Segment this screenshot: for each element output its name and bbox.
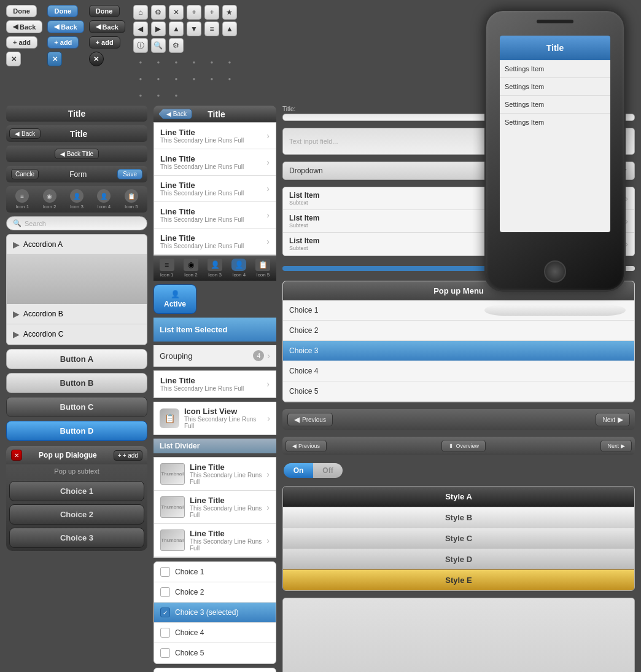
- menu-icon-btn[interactable]: ≡: [204, 21, 219, 36]
- icon-list-row[interactable]: 📋 Icon List View This Secondary Line Run…: [153, 402, 276, 435]
- iphone-tab-1[interactable]: ≡ Icon 1: [155, 259, 179, 278]
- popup-subtext: Pop up subtext: [6, 464, 147, 478]
- popup-choice-3[interactable]: Choice 3: [9, 528, 144, 548]
- checkbox-1[interactable]: [160, 567, 170, 577]
- tab-icon-5: 📋: [125, 189, 138, 203]
- down-arrow-btn[interactable]: ▼: [187, 21, 201, 36]
- popup-add-btn[interactable]: + + add: [114, 450, 142, 461]
- tab-item-1[interactable]: ≡ Icon 1: [9, 189, 35, 209]
- popup-menu-item-5[interactable]: Choice 5: [283, 381, 634, 402]
- search-icon-btn[interactable]: 🔍: [151, 38, 166, 53]
- checkbox-row-4[interactable]: Choice 4: [154, 623, 276, 643]
- tab-label-1: Icon 1: [15, 204, 29, 209]
- iphone-list: Line Title This Secondary Line Runs Full…: [153, 122, 276, 256]
- add-button-c[interactable]: + add: [89, 36, 120, 49]
- checkbox-2[interactable]: [160, 587, 170, 597]
- active-button[interactable]: 👤 Active: [153, 284, 196, 314]
- grouping-row[interactable]: Grouping 4 ›: [153, 345, 276, 367]
- accordion-item-a[interactable]: ▶ Accordion A: [7, 235, 147, 255]
- done-button-a[interactable]: Done: [6, 5, 37, 17]
- button-b[interactable]: Button B: [6, 373, 147, 393]
- checkbox-row-5[interactable]: Choice 5: [154, 643, 276, 663]
- form-cancel-btn[interactable]: Cancle: [11, 169, 39, 179]
- nav-backtitle-btn[interactable]: ◀ Back Title: [55, 149, 99, 159]
- iphone-back-btn[interactable]: ◀ Back: [158, 109, 192, 119]
- back-button-b[interactable]: ◀Back: [47, 20, 84, 33]
- popup-close-btn[interactable]: ✕: [11, 450, 22, 461]
- button-a[interactable]: Button A: [6, 349, 147, 369]
- close-button-a[interactable]: ✕: [6, 52, 21, 66]
- checkbox-5[interactable]: [160, 648, 170, 658]
- toggle-on[interactable]: On: [284, 463, 313, 478]
- plus1-icon-btn[interactable]: +: [187, 5, 201, 20]
- toolbar-next-btn[interactable]: Next ▶: [596, 413, 630, 426]
- seg-next-btn[interactable]: Next ▶: [600, 440, 632, 452]
- back-button-c[interactable]: ◀Back: [89, 20, 125, 33]
- iphone-tab-4[interactable]: 👤 Icon 4: [227, 259, 251, 278]
- list-row-2-content: Line Title This Secondary Line Runs Full: [160, 154, 266, 170]
- add-button-b[interactable]: + add: [47, 36, 79, 49]
- checkbox-row-2[interactable]: Choice 2: [154, 582, 276, 603]
- close-icon-btn[interactable]: ✕: [169, 5, 184, 20]
- toolbar-prev-btn[interactable]: ◀ Previous: [287, 413, 333, 426]
- accordion-label-b: Accordion B: [23, 310, 63, 318]
- extra-list-row[interactable]: Line Title This Secondary Line Runs Full…: [154, 371, 276, 397]
- toggle[interactable]: On Off: [282, 462, 344, 479]
- popup-menu-item-3[interactable]: Choice 3: [283, 341, 634, 361]
- thumb-row-1[interactable]: Thumbnail Line Title This Secondary Line…: [154, 458, 276, 491]
- iphone-tab-3[interactable]: 👤 Icon 3: [203, 259, 227, 278]
- list-row-2[interactable]: Line Title This Secondary Line Runs Full…: [154, 149, 276, 176]
- done-button-c[interactable]: Done: [89, 5, 120, 17]
- back-button-a[interactable]: ◀Back: [6, 20, 42, 33]
- thumb-row-2[interactable]: Thumbnail Line Title This Secondary Line…: [154, 491, 276, 524]
- list-row-4[interactable]: Line Title This Secondary Line Runs Full…: [154, 202, 276, 229]
- checkbox-row-1[interactable]: Choice 1: [154, 562, 276, 582]
- tab-item-2[interactable]: ◉ Icon 2: [36, 189, 62, 209]
- gear-icon-btn[interactable]: ⚙: [169, 38, 184, 53]
- form-save-btn[interactable]: Save: [117, 169, 142, 179]
- popup-menu-item-4[interactable]: Choice 4: [283, 361, 634, 381]
- right-arrow-btn[interactable]: ▶: [151, 21, 166, 36]
- close-button-b[interactable]: ✕: [47, 52, 62, 66]
- tab-item-5[interactable]: 📋 Icon 5: [118, 189, 144, 209]
- seg-overview-btn[interactable]: ⏸ Overview: [441, 440, 486, 452]
- star-icon-btn[interactable]: ★: [222, 5, 237, 20]
- toggle-off[interactable]: Off: [313, 463, 343, 478]
- checkbox-row-3[interactable]: ✓ Choice 3 (selected): [154, 603, 276, 623]
- radio-row-1[interactable]: Choice 1: [154, 668, 276, 672]
- home-icon-btn[interactable]: ⌂: [133, 5, 148, 20]
- popup-choice-2[interactable]: Choice 2: [9, 504, 144, 525]
- list-row-3[interactable]: Line Title This Secondary Line Runs Full…: [154, 176, 276, 202]
- button-c[interactable]: Button C: [6, 397, 147, 417]
- tab-item-3[interactable]: 👤 Icon 3: [64, 189, 90, 209]
- thumb-row-3[interactable]: Thumbnail Line Title This Secondary Line…: [154, 524, 276, 557]
- info-icon-btn[interactable]: ⓘ: [133, 38, 148, 53]
- accordion-item-b[interactable]: ▶ Accordion B: [7, 304, 147, 324]
- checkbox-3[interactable]: ✓: [160, 608, 170, 617]
- plus2-icon-btn[interactable]: +: [204, 5, 219, 20]
- popup-choice-1[interactable]: Choice 1: [9, 481, 144, 501]
- popup-menu-item-2[interactable]: Choice 2: [283, 321, 634, 341]
- search-icon: 🔍: [13, 219, 21, 227]
- checkbox-4[interactable]: [160, 628, 170, 638]
- radio-list: Choice 1 Choice 2 Choice 3 (selected) Ch…: [153, 668, 276, 672]
- list-row-1[interactable]: Line Title This Secondary Line Runs Full…: [154, 123, 276, 149]
- done-button-b[interactable]: Done: [47, 5, 78, 17]
- iphone-tab-2[interactable]: ◉ Icon 2: [179, 259, 203, 278]
- settings-icon-btn[interactable]: ⚙: [151, 5, 166, 20]
- button-d[interactable]: Button D: [6, 421, 147, 441]
- tab-item-4[interactable]: 👤 Icon 4: [91, 189, 117, 209]
- nav-back-btn[interactable]: ◀ Back: [9, 128, 41, 139]
- add-button-a[interactable]: + add: [6, 36, 37, 49]
- left-arrow-btn[interactable]: ◀: [133, 21, 148, 36]
- list-selected-item[interactable]: List Item Selected: [153, 318, 276, 342]
- list-row-5[interactable]: Line Title This Secondary Line Runs Full…: [154, 229, 276, 255]
- search-box[interactable]: 🔍 Search: [6, 216, 147, 230]
- seg-prev-btn[interactable]: ◀ Previous: [286, 440, 327, 452]
- up-arrow-btn[interactable]: ▲: [169, 21, 184, 36]
- circle11: ●: [204, 71, 219, 86]
- triangle-icon-btn[interactable]: ▲: [222, 21, 237, 36]
- iphone-tab-5[interactable]: 📋 Icon 5: [251, 259, 275, 278]
- accordion-item-c[interactable]: ▶ Accordion C: [7, 324, 147, 345]
- close-button-c[interactable]: ✕: [89, 52, 104, 66]
